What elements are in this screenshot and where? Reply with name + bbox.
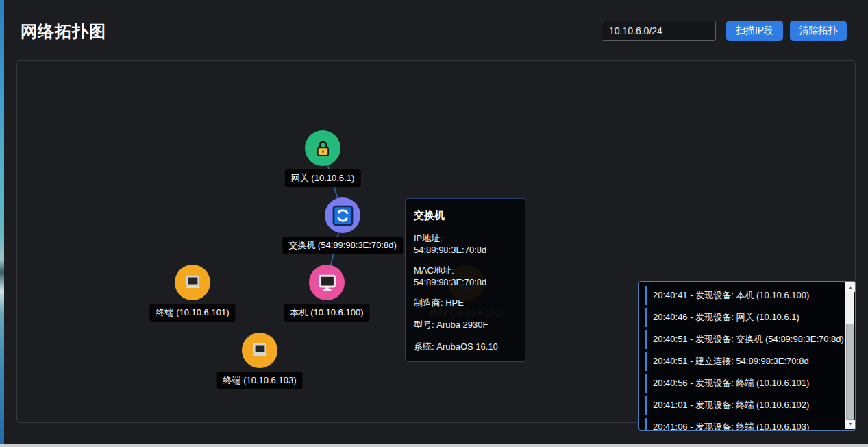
node-circle [309,265,345,300]
log-entry-2: 20:40:51 - 发现设备: 交换机 (54:89:98:3E:70:8d) [645,330,844,349]
log-entry-6: 20:41:06 - 发现设备: 终端 (10.10.6.103) [645,418,844,431]
scrollbar-up-button[interactable]: ▲ [845,282,855,292]
scan-log-panel: 20:40:41 - 发现设备: 本机 (10.10.6.100)20:40:4… [638,281,856,431]
scrollbar-thumb[interactable] [846,324,854,420]
node-label-terminal-101: 终端 (10.10.6.101) [150,304,236,322]
switch-info-tooltip: 交换机 IP地址: 54:89:98:3E:70:8dMAC地址: 54:89:… [405,198,525,362]
clear-topology-button[interactable]: 清除拓扑 [790,21,847,41]
tooltip-row-2: 制造商: HPE [414,297,517,309]
log-scrollbar[interactable]: ▲ ▼ [845,282,854,429]
log-entry-3: 20:40:51 - 建立连接: 54:89:98:3E:70:8d [645,352,844,371]
tooltip-title: 交换机 [414,209,517,222]
node-label-host: 本机 (10.10.6.100) [284,304,370,322]
refresh-icon [332,205,354,226]
node-circle [305,130,340,166]
laptop-icon [183,273,203,293]
node-circle [325,197,360,233]
node-circle [175,265,210,300]
log-entry-5: 20:41:01 - 发现设备: 终端 (10.10.6.102) [645,396,844,415]
tooltip-row-1: MAC地址: 54:89:98:3E:70:8d [414,265,517,287]
scan-log-list: 20:40:41 - 发现设备: 本机 (10.10.6.100)20:40:4… [645,286,844,427]
tooltip-rows: IP地址: 54:89:98:3E:70:8dMAC地址: 54:89:98:3… [414,232,517,353]
desktop-icon [317,273,337,293]
network-topology-app: 网络拓扑图 扫描IP段 清除拓扑 网关 (10.10.6.1)交换机 (54:8… [4,0,868,447]
tooltip-row-0: IP地址: 54:89:98:3E:70:8d [414,232,517,255]
node-gateway[interactable]: 网关 (10.10.6.1) [305,130,340,166]
lock-icon [314,139,332,158]
taskbar-edge-strip [0,444,868,447]
scrollbar-down-button[interactable]: ▼ [845,420,855,429]
page-title: 网络拓扑图 [21,21,106,43]
node-circle [242,333,277,368]
log-entry-1: 20:40:46 - 发现设备: 网关 (10.10.6.1) [645,308,844,327]
tooltip-row-3: 型号: Aruba 2930F [414,319,517,331]
node-terminal-101[interactable]: 终端 (10.10.6.101) [175,265,210,300]
tooltip-row-4: 系统: ArubaOS 16.10 [414,341,517,353]
node-switch[interactable]: 交换机 (54:89:98:3E:70:8d) [325,197,360,233]
node-label-gateway: 网关 (10.10.6.1) [285,169,361,187]
node-label-terminal-103: 终端 (10.10.6.103) [217,372,303,389]
node-label-switch: 交换机 (54:89:98:3E:70:8d) [282,237,403,254]
node-terminal-103[interactable]: 终端 (10.10.6.103) [242,333,277,368]
laptop-icon [250,341,270,361]
scan-ip-range-button[interactable]: 扫描IP段 [726,21,783,41]
log-entry-4: 20:40:56 - 发现设备: 终端 (10.10.6.101) [645,374,844,393]
node-host[interactable]: 本机 (10.10.6.100) [309,265,345,300]
ip-range-input[interactable] [602,21,716,41]
log-entry-0: 20:40:41 - 发现设备: 本机 (10.10.6.100) [645,286,844,305]
